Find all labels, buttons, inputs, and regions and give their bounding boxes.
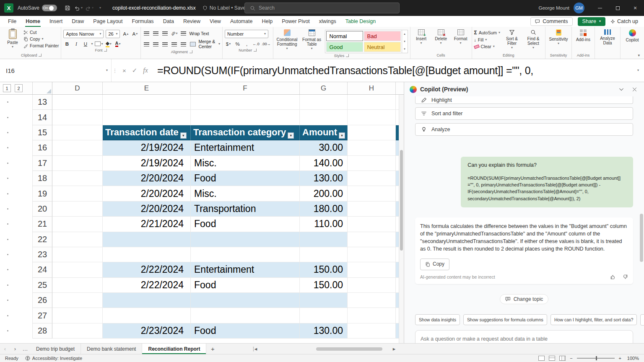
style-bad[interactable]: Bad xyxy=(364,31,401,41)
cell-G13[interactable] xyxy=(300,95,348,110)
horizontal-scrollbar[interactable]: ◂ ▸ xyxy=(251,345,399,352)
row-header-20[interactable]: 20 xyxy=(33,202,52,217)
cell-D19[interactable] xyxy=(52,186,103,201)
zoom-level[interactable]: 100% xyxy=(626,356,639,361)
cell-G23[interactable] xyxy=(300,247,348,262)
ribbon-tab-table-design[interactable]: Table Design xyxy=(341,16,380,27)
cell-D14[interactable] xyxy=(52,110,103,125)
ribbon-tab-file[interactable]: File xyxy=(3,16,21,27)
save-icon[interactable] xyxy=(62,3,73,13)
styles-gallery-scroll[interactable]: ▴▾▾ xyxy=(402,30,408,53)
cell-D20[interactable] xyxy=(52,202,103,217)
zoom-in-icon[interactable]: + xyxy=(619,356,621,361)
percent-style-icon[interactable]: % xyxy=(234,40,241,47)
cell-F25[interactable]: Food xyxy=(191,278,300,293)
page-break-view-icon[interactable] xyxy=(559,356,566,361)
fill-color-icon[interactable]: ◆▾ xyxy=(105,40,112,47)
undo-icon[interactable]: ▾ xyxy=(73,3,84,13)
cell-E21[interactable]: 2/21/2024 xyxy=(103,217,191,232)
row-header-23[interactable]: 23 xyxy=(33,247,52,262)
cell-F22[interactable] xyxy=(191,232,300,247)
zoom-slider-knob[interactable] xyxy=(596,356,597,360)
cell-E16[interactable]: 2/19/2024 xyxy=(103,140,191,155)
cell-D18[interactable] xyxy=(52,171,103,186)
cell-D25[interactable] xyxy=(52,278,103,293)
ribbon-tab-automate[interactable]: Automate xyxy=(226,16,257,27)
cell-E26[interactable] xyxy=(103,293,191,308)
ribbon-tab-power-pivot[interactable]: Power Pivot xyxy=(277,16,314,27)
increase-font-size-icon[interactable]: A▴ xyxy=(122,31,129,38)
vertical-scrollbar-thumb[interactable] xyxy=(400,150,403,251)
bold-button[interactable]: B xyxy=(63,40,70,47)
cell-H26[interactable] xyxy=(348,293,396,308)
cell-H25[interactable] xyxy=(348,278,396,293)
ribbon-tab-draw[interactable]: Draw xyxy=(67,16,88,27)
cell-H23[interactable] xyxy=(348,247,396,262)
sheet-tab-demo-bank-statement[interactable]: Demo bank statement xyxy=(81,344,142,354)
excel-logo-icon[interactable]: X xyxy=(4,3,13,13)
close-button[interactable]: × xyxy=(626,0,644,16)
row-header-16[interactable]: 16 xyxy=(33,140,52,155)
orientation-icon[interactable]: ab▾ xyxy=(171,30,178,37)
align-middle-icon[interactable] xyxy=(152,30,159,37)
highlight-action-button[interactable]: Highlight xyxy=(415,96,633,104)
increase-indent-icon[interactable] xyxy=(180,41,187,48)
comma-style-icon[interactable]: , xyxy=(243,40,250,47)
cell-D16[interactable] xyxy=(52,140,103,155)
outline-level-1-button[interactable]: 1 xyxy=(3,84,11,92)
cell-D13[interactable] xyxy=(52,95,103,110)
row-header-27[interactable]: 27 xyxy=(33,308,52,323)
sheet-nav-next-icon[interactable]: › xyxy=(10,346,20,352)
cell-H14[interactable] xyxy=(348,110,396,125)
catch-up-button[interactable]: Catch up xyxy=(610,18,638,24)
cell-G19[interactable]: 200.00 xyxy=(300,186,348,201)
cell-E28[interactable]: 2/23/2024 xyxy=(103,323,191,339)
autosum-button[interactable]: ΣAutoSum▾ xyxy=(474,30,500,36)
style-neutral[interactable]: Neutral xyxy=(364,42,401,52)
cell-F14[interactable] xyxy=(191,110,300,125)
page-layout-view-icon[interactable] xyxy=(549,356,555,361)
align-center-icon[interactable] xyxy=(152,41,159,48)
row-header-15[interactable]: 15 xyxy=(33,125,52,140)
filter-button[interactable]: ▾ xyxy=(339,132,345,139)
ribbon-tab-formulas[interactable]: Formulas xyxy=(127,16,158,27)
search-box[interactable]: Search xyxy=(244,3,400,13)
paste-button[interactable]: Paste▾ xyxy=(4,28,21,49)
cell-H24[interactable] xyxy=(348,262,396,277)
cell-G25[interactable]: 150.00 xyxy=(300,278,348,293)
filter-button[interactable]: ▾ xyxy=(288,132,294,139)
suggestion-chip-2[interactable]: Show suggestions for formula columns xyxy=(463,314,547,325)
cell-F24[interactable]: Entertainment xyxy=(191,262,300,277)
user-name[interactable]: George Mount xyxy=(538,5,569,10)
row-header-25[interactable]: 25 xyxy=(33,278,52,293)
cell-F17[interactable]: Misc. xyxy=(191,156,300,171)
merge-center-icon[interactable] xyxy=(189,41,196,48)
formula-bar-handle[interactable]: ⋮ xyxy=(112,59,118,82)
cell-H13[interactable] xyxy=(348,95,396,110)
outline-level-2-button[interactable]: 2 xyxy=(15,84,23,92)
ribbon-tab-xlwings[interactable]: xlwings xyxy=(314,16,341,27)
filter-button[interactable]: ▾ xyxy=(180,132,187,139)
merge-center-label[interactable]: Merge & Center xyxy=(198,39,216,49)
clear-button[interactable]: Clear▾ xyxy=(474,44,500,49)
style-good[interactable]: Good xyxy=(326,42,363,52)
ribbon-tab-review[interactable]: Review xyxy=(179,16,205,27)
cell-E25[interactable]: 2/22/2024 xyxy=(103,278,191,293)
name-box[interactable]: I16▾ xyxy=(0,59,112,82)
row-header-28[interactable]: 28 xyxy=(33,323,52,339)
cell-G26[interactable] xyxy=(300,293,348,308)
formula-input[interactable]: =ROUND(SUM(IF(primaryUnmatchedTransactio… xyxy=(152,59,632,82)
table-header-transaction-date[interactable]: Transaction date▾ xyxy=(103,125,191,140)
accounting-format-icon[interactable]: $▾ xyxy=(225,40,232,47)
cell-D21[interactable] xyxy=(52,217,103,232)
italic-button[interactable]: I xyxy=(73,40,80,47)
cell-G28[interactable]: 130.00 xyxy=(300,323,348,339)
horizontal-scrollbar-thumb[interactable] xyxy=(316,347,382,351)
cell-E13[interactable] xyxy=(103,95,191,110)
cell-F21[interactable]: Food xyxy=(191,217,300,232)
row-header-18[interactable]: 18 xyxy=(33,171,52,186)
row-header-21[interactable]: 21 xyxy=(33,217,52,232)
font-color-icon[interactable]: A▾ xyxy=(114,40,121,47)
panel-scrollbar[interactable] xyxy=(640,214,643,323)
number-format-select[interactable]: Number▾ xyxy=(225,30,268,38)
